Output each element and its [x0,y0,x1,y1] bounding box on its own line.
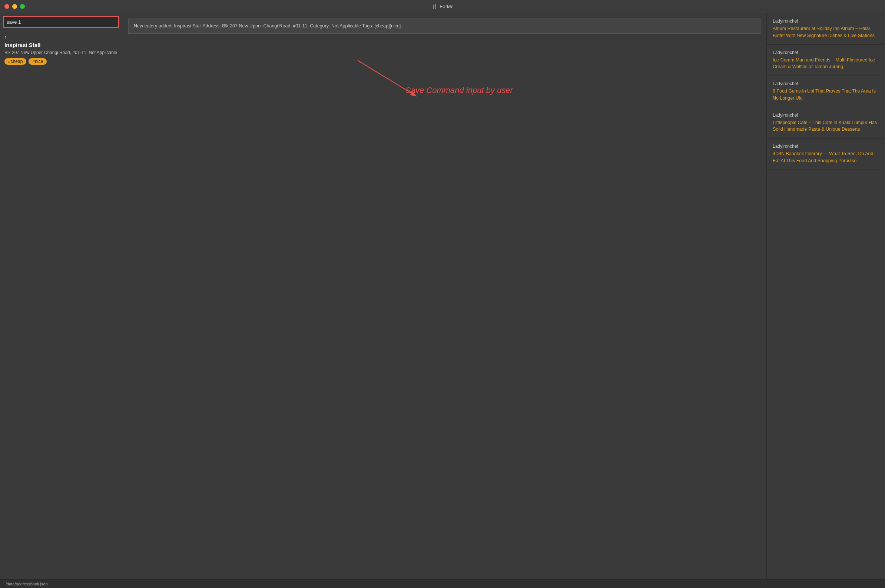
article-title-4[interactable]: 4D3N Bangkok Itinerary — What To See, Do… [773,150,879,164]
close-button[interactable] [5,4,9,9]
app-icon: 🍴 [431,4,437,9]
article-source-0: Ladyironchef [773,18,879,24]
article-item-3: Ladyironchef Littlepeople Cafe – This Ca… [767,107,885,139]
center-panel: New eatery added: Inspirasi Stall Addres… [122,14,766,579]
article-title-1[interactable]: Ice-Cream Man and Friends – Multi-Flavou… [773,57,879,71]
minimize-button[interactable] [12,4,17,9]
article-item-1: Ladyironchef Ice-Cream Man and Friends –… [767,45,885,76]
article-title-3[interactable]: Littlepeople Cafe – This Cafe in Kuala L… [773,119,879,133]
article-title-0[interactable]: Atrium Restaurant at Holiday Inn Atrium … [773,25,879,39]
eatery-address: Blk 207 New Upper Changi Road, #01-11, N… [5,50,117,56]
notification-text: New eatery added: Inspirasi Stall Addres… [134,23,400,28]
article-item-2: Ladyironchef 8 Food Gems In Ubi That Pro… [767,76,885,107]
article-source-1: Ladyironchef [773,50,879,55]
command-input-wrapper [0,14,122,31]
eatery-tags: #cheap #nice [5,58,117,65]
annotation-area: Save Command input by user [128,41,760,574]
eatery-list: 1. Inspirasi Stall Blk 207 New Upper Cha… [0,31,122,579]
eatery-name: Inspirasi Stall [5,42,117,48]
article-source-2: Ladyironchef [773,81,879,86]
article-source-3: Ladyironchef [773,112,879,118]
app-body: 1. Inspirasi Stall Blk 207 New Upper Cha… [0,14,885,579]
annotation-label: Save Command input by user [405,86,513,95]
tag-cheap: #cheap [5,58,26,65]
eatery-item: 1. Inspirasi Stall Blk 207 New Upper Cha… [5,35,117,65]
notification-bar: New eatery added: Inspirasi Stall Addres… [128,18,760,34]
status-text: ./data/addressbook.json [5,582,48,586]
window-controls [5,4,25,9]
maximize-button[interactable] [20,4,25,9]
article-title-2[interactable]: 8 Food Gems In Ubi That Proves That The … [773,88,879,102]
eatery-number: 1. [5,35,117,40]
right-panel: Ladyironchef Atrium Restaurant at Holida… [766,14,885,579]
command-input[interactable] [3,16,119,28]
left-panel: 1. Inspirasi Stall Blk 207 New Upper Cha… [0,14,122,579]
article-item-4: Ladyironchef 4D3N Bangkok Itinerary — Wh… [767,138,885,170]
article-item-0: Ladyironchef Atrium Restaurant at Holida… [767,14,885,45]
titlebar: 🍴 EatMe [0,0,885,14]
app-title: 🍴 EatMe [431,4,454,9]
status-bar: ./data/addressbook.json [0,579,885,588]
article-source-4: Ladyironchef [773,144,879,149]
tag-nice: #nice [29,58,47,65]
